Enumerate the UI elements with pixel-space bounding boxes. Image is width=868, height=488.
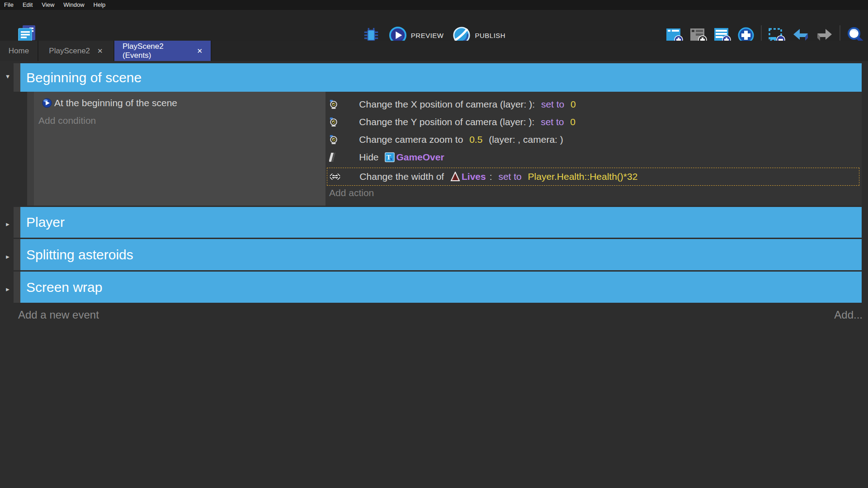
action-value: 0	[568, 117, 576, 127]
tab-playscene2[interactable]: PlayScene2 ✕	[38, 41, 114, 61]
action-operator: set to	[541, 117, 564, 127]
action-text: Change the Y position of camera (layer: …	[359, 117, 537, 127]
svg-text:x: x	[390, 156, 392, 161]
action-change-width-lives-selected[interactable]: Change the width of Lives: set to Player…	[327, 168, 859, 186]
publish-label: PUBLISH	[475, 32, 505, 39]
menu-window[interactable]: Window	[59, 0, 89, 10]
group-drag-handle[interactable]	[14, 239, 20, 270]
group-title: Beginning of scene	[26, 70, 142, 85]
action-camera-zoom[interactable]: Change camera zoom to 0.5 (layer: , came…	[329, 131, 563, 148]
tab-bar: Home PlayScene2 ✕ PlayScene2 (Events) ✕	[0, 41, 868, 61]
ship-object-icon	[450, 172, 460, 182]
group-title: Player	[26, 215, 65, 230]
tab-home-label: Home	[9, 47, 29, 56]
tab-home[interactable]: Home	[0, 41, 38, 61]
chevron-right-icon[interactable]: ▸	[3, 285, 13, 293]
close-icon[interactable]: ✕	[197, 47, 203, 54]
action-value: 0	[568, 99, 576, 110]
action-value: 0.5	[469, 134, 482, 145]
add-event-row: Add a new event Add...	[0, 309, 868, 323]
chevron-down-icon[interactable]: ▾	[3, 72, 13, 80]
menu-help[interactable]: Help	[89, 0, 110, 10]
group-title: Splitting asteroids	[26, 247, 133, 263]
action-text: Change the X position of camera (layer: …	[359, 99, 538, 110]
preview-label: PREVIEW	[411, 32, 444, 39]
add-condition-button[interactable]: Add condition	[38, 115, 96, 126]
menu-file[interactable]: File	[0, 0, 18, 10]
action-operator: set to	[541, 99, 564, 110]
tab-playscene2-events[interactable]: PlayScene2 (Events) ✕	[114, 41, 212, 61]
group-header-splitting-asteroids[interactable]: Splitting asteroids	[20, 239, 862, 270]
action-text: Change camera zoom to	[359, 134, 466, 145]
add-action-button[interactable]: Add action	[329, 188, 374, 198]
menu-edit[interactable]: Edit	[18, 0, 37, 10]
scene-start-icon	[42, 98, 52, 108]
group-drag-handle[interactable]	[14, 272, 20, 303]
action-text: :	[490, 171, 495, 182]
add-new-event-button[interactable]: Add a new event	[18, 309, 99, 321]
close-icon[interactable]: ✕	[97, 47, 103, 54]
object-name: GameOver	[396, 152, 444, 163]
text-object-icon: T x	[385, 152, 395, 162]
group-drag-handle[interactable]	[14, 207, 20, 238]
action-camera-y[interactable]: Change the Y position of camera (layer: …	[329, 113, 576, 131]
tab-playscene2-label: PlayScene2	[49, 47, 90, 56]
event-drag-handle[interactable]	[27, 92, 34, 206]
menu-bar: File Edit View Window Help	[0, 0, 868, 10]
condition-text: At the beginning of the scene	[54, 98, 177, 108]
chevron-right-icon[interactable]: ▸	[3, 253, 13, 261]
main-toolbar: PREVIEW PUBLISH	[0, 10, 868, 41]
group-drag-handle[interactable]	[14, 63, 20, 92]
action-camera-x[interactable]: Change the X position of camera (layer: …	[329, 95, 576, 113]
action-expression: Player.Health::Health()*32	[525, 171, 638, 182]
group-header-player[interactable]: Player	[20, 207, 862, 238]
object-name: Lives	[462, 171, 486, 182]
condition-row[interactable]: At the beginning of the scene	[42, 98, 177, 108]
action-text: Hide	[359, 152, 381, 163]
add-more-button[interactable]: Add...	[834, 309, 863, 321]
action-text: Change the width of	[359, 171, 447, 182]
actions-panel: Change the X position of camera (layer: …	[326, 92, 862, 206]
group-header-beginning-of-scene[interactable]: Beginning of scene	[20, 63, 862, 92]
group-header-screen-wrap[interactable]: Screen wrap	[20, 272, 862, 303]
group-title: Screen wrap	[26, 280, 102, 295]
action-text: (layer: , camera: )	[486, 134, 563, 145]
menu-view[interactable]: View	[37, 0, 59, 10]
chevron-right-icon[interactable]: ▸	[3, 220, 13, 228]
action-operator: set to	[498, 171, 521, 182]
tab-playscene2-events-label: PlayScene2 (Events)	[123, 42, 189, 60]
events-sheet: ▾ Beginning of scene At the beginning of…	[0, 61, 868, 488]
conditions-panel: At the beginning of the scene Add condit…	[34, 92, 326, 206]
